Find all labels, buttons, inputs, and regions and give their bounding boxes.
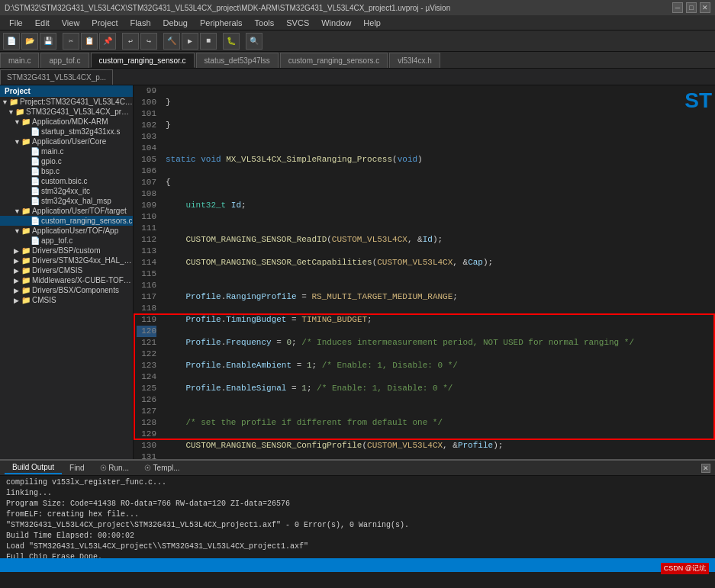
project-sidebar: Project ▼ 📁 Project:STM32G431_VL53L4CX..… [0, 85, 134, 459]
menu-peripherals[interactable]: Peripherals [194, 17, 249, 29]
toolbar-debug-start[interactable]: 🐛 [223, 33, 240, 50]
sidebar-item-bsp[interactable]: 📄 bsp.c [0, 166, 133, 176]
menu-project[interactable]: Project [85, 17, 124, 29]
minimize-button[interactable]: ─ [672, 2, 683, 13]
sidebar-header: Project [0, 85, 133, 97]
menu-view[interactable]: View [56, 17, 86, 29]
sidebar-item-cmsis[interactable]: ▶ 📁 CMSIS [0, 295, 133, 305]
sidebar-item-label: Application/User/TOF/target [32, 207, 127, 215]
tab-custom-ranging[interactable]: custom_ranging_sensor.c [91, 53, 195, 68]
arrow-icon: ▶ [14, 287, 21, 294]
sidebar-item-label: ApplicationUser/TOF/App [32, 227, 118, 235]
close-button[interactable]: ✕ [700, 2, 710, 13]
folder-icon: 📁 [9, 98, 20, 106]
file-icon: 📄 [31, 157, 41, 165]
code-content: 99100101102103 104105106107108 109110111… [134, 85, 715, 459]
toolbar-new[interactable]: 📄 [3, 33, 20, 50]
build-output-text: compiling v153lx_register_func.c... link… [0, 476, 715, 558]
title-bar: D:\STM32\STM32G431_VL53L4CX\STM32G431_VL… [0, 0, 715, 15]
tab-app-tof[interactable]: app_tof.c [40, 53, 89, 68]
arrow-icon [23, 237, 31, 245]
sidebar-item-custom-bsic[interactable]: 📄 custom.bsic.c [0, 176, 133, 186]
build-line-2: linking... [6, 488, 709, 499]
status-bar [0, 558, 715, 572]
tabs-bar-1: main.c app_tof.c custom_ranging_sensor.c… [0, 52, 715, 69]
sidebar-item-custom-ranging-sensors[interactable]: 📄 custom_ranging_sensors.c [0, 216, 133, 226]
templ-tab[interactable]: ☉ Templ... [137, 462, 188, 474]
toolbar-copy[interactable]: 📋 [81, 33, 98, 50]
sidebar-item-label: stm32g4xx_hal_msp [41, 197, 111, 205]
sidebar-item-project-sub[interactable]: ▼ 📁 STM32G431_VL53L4CX_proj... [0, 107, 133, 117]
code-text: } } static void MX_VL53L4CX_SimpleRangin… [163, 85, 715, 459]
file-icon: 📄 [31, 217, 41, 225]
toolbar-run[interactable]: ▶ [182, 33, 198, 50]
maximize-button[interactable]: □ [686, 2, 697, 13]
sidebar-item-label: Drivers/CMSIS [32, 266, 82, 275]
sidebar-item-drivers-bsp[interactable]: ▶ 📁 Drivers/BSP/custom [0, 246, 133, 255]
menu-tools[interactable]: Tools [249, 17, 281, 29]
arrow-icon: ▼ [14, 138, 21, 146]
folder-icon: 📁 [21, 276, 32, 284]
sidebar-item-tof-app[interactable]: ▼ 📁 ApplicationUser/TOF/App [0, 226, 133, 236]
sidebar-item-mdk-arm[interactable]: ▼ 📁 Application/MDK-ARM [0, 117, 133, 127]
arrow-icon: ▶ [14, 247, 21, 255]
code-editor[interactable]: 99100101102103 104105106107108 109110111… [134, 85, 715, 459]
toolbar-build[interactable]: 🔨 [163, 33, 180, 50]
menu-debug[interactable]: Debug [157, 17, 194, 29]
build-output-panel: Build Output Find ☉ Run... ☉ Templ... ✕ … [0, 459, 715, 558]
stm32-logo: ST [684, 88, 712, 113]
sidebar-item-label: stm32g4xx_itc [41, 187, 90, 195]
sidebar-item-main-c[interactable]: 📄 main.c [0, 146, 133, 156]
sidebar-item-startup[interactable]: 📄 startup_stm32g431xx.s [0, 127, 133, 137]
sidebar-item-user-core[interactable]: ▼ 📁 Application/User/Core [0, 137, 133, 146]
sidebar-item-stm32g4xx-itc[interactable]: 📄 stm32g4xx_itc [0, 186, 133, 196]
sidebar-item-drivers-cmsis[interactable]: ▶ 📁 Drivers/CMSIS [0, 265, 133, 275]
tab-custom-ranging-sensors[interactable]: custom_ranging_sensors.c [280, 53, 388, 68]
sidebar-item-drivers-bsx[interactable]: ▶ 📁 Drivers/BSX/Components [0, 285, 133, 295]
build-output-close[interactable]: ✕ [701, 464, 710, 473]
menu-svcs[interactable]: SVCS [280, 17, 315, 29]
sidebar-item-app-tof[interactable]: 📄 app_tof.c [0, 236, 133, 246]
folder-icon: 📁 [21, 117, 32, 126]
menu-file[interactable]: File [3, 17, 29, 29]
sidebar-item-middlewares[interactable]: ▶ 📁 Middlewares/X-CUBE-TOF1/Doc [0, 275, 133, 285]
sidebar-item-tof-target[interactable]: ▼ 📁 Application/User/TOF/target [0, 206, 133, 216]
folder-icon: 📁 [21, 246, 32, 255]
toolbar-undo[interactable]: ↩ [122, 33, 139, 50]
folder-icon: 📁 [21, 137, 32, 146]
toolbar-paste[interactable]: 📌 [99, 33, 116, 50]
toolbar-open[interactable]: 📂 [21, 33, 38, 50]
arrow-icon [23, 128, 31, 136]
toolbar-search[interactable]: 🔍 [246, 33, 262, 50]
build-line-8: Full Chip Erase Done. [6, 552, 709, 558]
menu-help[interactable]: Help [357, 17, 387, 29]
menu-flash[interactable]: Flash [124, 17, 157, 29]
folder-icon: 📁 [21, 256, 32, 265]
arrow-icon [23, 188, 31, 195]
sidebar-item-label: startup_stm32g431xx.s [41, 127, 120, 136]
toolbar-redo[interactable]: ↪ [140, 33, 157, 50]
arrow-icon [23, 148, 31, 156]
sidebar-item-drivers-hal[interactable]: ▶ 📁 Drivers/STM32G4xx_HAL_Driver [0, 255, 133, 265]
toolbar: 📄 📂 💾 ✂ 📋 📌 ↩ ↪ 🔨 ▶ ■ 🐛 🔍 [0, 31, 715, 52]
sidebar-item-project-root[interactable]: ▼ 📁 Project:STM32G431_VL53L4CX... [0, 97, 133, 107]
arrow-icon: ▼ [14, 227, 21, 235]
toolbar-cut[interactable]: ✂ [63, 33, 79, 50]
tab-main-c[interactable]: main.c [0, 53, 39, 68]
tab-vl53l4cx-h[interactable]: vl53l4cx.h [389, 53, 440, 68]
find-tab[interactable]: Find [62, 462, 92, 474]
tab-status-det[interactable]: status_det53p47lss [196, 53, 279, 68]
toolbar-save[interactable]: 💾 [40, 33, 56, 50]
menu-window[interactable]: Window [315, 17, 357, 29]
menu-edit[interactable]: Edit [29, 17, 56, 29]
arrow-icon: ▶ [14, 257, 21, 265]
folder-icon: 📁 [21, 207, 32, 215]
run-tab[interactable]: ☉ Run... [92, 462, 137, 474]
build-output-tab[interactable]: Build Output [5, 461, 62, 474]
sidebar-item-stm32g4xx-hal-msp[interactable]: 📄 stm32g4xx_hal_msp [0, 196, 133, 206]
arrow-icon: ▶ [14, 277, 21, 284]
sidebar-item-gpio[interactable]: 📄 gpio.c [0, 156, 133, 166]
tab-project-path[interactable]: STM32G431_VL53L4CX_p... [0, 69, 113, 85]
arrow-icon [23, 178, 31, 185]
toolbar-stop[interactable]: ■ [200, 33, 217, 50]
